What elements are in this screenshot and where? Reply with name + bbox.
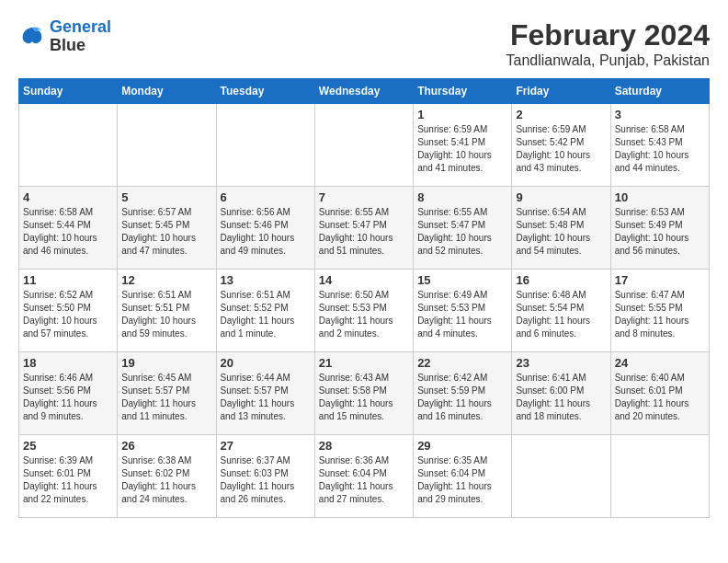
day-detail: Sunrise: 6:51 AM Sunset: 5:52 PM Dayligh… (221, 289, 311, 340)
day-detail: Sunrise: 6:55 AM Sunset: 5:47 PM Dayligh… (319, 206, 409, 258)
calendar-week-row: 25Sunrise: 6:39 AM Sunset: 6:01 PM Dayli… (19, 435, 710, 518)
title-block: February 2024 Tandlianwala, Punjab, Paki… (506, 18, 710, 69)
logo-name: GeneralBlue (50, 18, 111, 55)
calendar-cell: 26Sunrise: 6:38 AM Sunset: 6:02 PM Dayli… (118, 435, 216, 518)
day-detail: Sunrise: 6:58 AM Sunset: 5:43 PM Dayligh… (615, 123, 705, 175)
calendar-cell: 28Sunrise: 6:36 AM Sunset: 6:04 PM Dayli… (314, 435, 413, 518)
day-number: 11 (23, 273, 113, 287)
calendar-header-row: SundayMondayTuesdayWednesdayThursdayFrid… (19, 79, 710, 104)
day-number: 4 (23, 190, 113, 204)
day-number: 7 (319, 190, 409, 204)
day-detail: Sunrise: 6:56 AM Sunset: 5:46 PM Dayligh… (221, 206, 311, 258)
logo: GeneralBlue (18, 18, 111, 55)
calendar-cell (216, 104, 314, 187)
calendar-cell: 23Sunrise: 6:41 AM Sunset: 6:00 PM Dayli… (512, 352, 610, 435)
day-detail: Sunrise: 6:45 AM Sunset: 5:57 PM Dayligh… (121, 372, 211, 423)
day-number: 26 (121, 439, 211, 453)
day-number: 28 (319, 439, 409, 453)
column-header-monday: Monday (118, 79, 216, 104)
calendar-cell: 10Sunrise: 6:53 AM Sunset: 5:49 PM Dayli… (610, 187, 709, 270)
day-number: 15 (417, 273, 507, 287)
calendar-cell: 13Sunrise: 6:51 AM Sunset: 5:52 PM Dayli… (216, 270, 314, 352)
calendar-cell: 5Sunrise: 6:57 AM Sunset: 5:45 PM Daylig… (118, 187, 216, 270)
calendar-cell: 25Sunrise: 6:39 AM Sunset: 6:01 PM Dayli… (19, 435, 118, 518)
day-detail: Sunrise: 6:54 AM Sunset: 5:48 PM Dayligh… (516, 206, 606, 258)
day-number: 5 (121, 190, 211, 204)
calendar-cell: 12Sunrise: 6:51 AM Sunset: 5:51 PM Dayli… (118, 270, 216, 352)
column-header-saturday: Saturday (610, 79, 709, 104)
calendar-cell: 11Sunrise: 6:52 AM Sunset: 5:50 PM Dayli… (19, 270, 118, 352)
day-number: 20 (221, 356, 311, 370)
column-header-tuesday: Tuesday (216, 79, 314, 104)
calendar-cell (314, 104, 413, 187)
day-number: 9 (516, 190, 606, 204)
calendar-cell: 4Sunrise: 6:58 AM Sunset: 5:44 PM Daylig… (19, 187, 118, 270)
page-header: GeneralBlue February 2024 Tandlianwala, … (18, 18, 710, 69)
day-detail: Sunrise: 6:58 AM Sunset: 5:44 PM Dayligh… (23, 206, 113, 258)
day-number: 8 (417, 190, 507, 204)
calendar-cell: 16Sunrise: 6:48 AM Sunset: 5:54 PM Dayli… (512, 270, 610, 352)
calendar-cell: 24Sunrise: 6:40 AM Sunset: 6:01 PM Dayli… (610, 352, 709, 435)
day-number: 24 (615, 356, 705, 370)
calendar-cell: 22Sunrise: 6:42 AM Sunset: 5:59 PM Dayli… (414, 352, 512, 435)
day-number: 29 (417, 439, 507, 453)
day-detail: Sunrise: 6:41 AM Sunset: 6:00 PM Dayligh… (516, 372, 606, 423)
day-detail: Sunrise: 6:53 AM Sunset: 5:49 PM Dayligh… (615, 206, 705, 258)
day-detail: Sunrise: 6:55 AM Sunset: 5:47 PM Dayligh… (417, 206, 507, 258)
calendar-cell: 21Sunrise: 6:43 AM Sunset: 5:58 PM Dayli… (314, 352, 413, 435)
day-number: 14 (319, 273, 409, 287)
calendar-cell: 7Sunrise: 6:55 AM Sunset: 5:47 PM Daylig… (314, 187, 413, 270)
calendar-cell (118, 104, 216, 187)
column-header-wednesday: Wednesday (314, 79, 413, 104)
day-detail: Sunrise: 6:49 AM Sunset: 5:53 PM Dayligh… (417, 289, 507, 340)
day-detail: Sunrise: 6:36 AM Sunset: 6:04 PM Dayligh… (319, 454, 409, 506)
day-number: 23 (516, 356, 606, 370)
calendar-cell (512, 435, 610, 518)
day-number: 10 (615, 190, 705, 204)
day-number: 22 (417, 356, 507, 370)
calendar-cell: 9Sunrise: 6:54 AM Sunset: 5:48 PM Daylig… (512, 187, 610, 270)
day-detail: Sunrise: 6:44 AM Sunset: 5:57 PM Dayligh… (221, 372, 311, 423)
logo-text: GeneralBlue (50, 18, 111, 55)
logo-icon (18, 23, 46, 51)
calendar-cell: 27Sunrise: 6:37 AM Sunset: 6:03 PM Dayli… (216, 435, 314, 518)
day-number: 25 (23, 439, 113, 453)
calendar-cell: 19Sunrise: 6:45 AM Sunset: 5:57 PM Dayli… (118, 352, 216, 435)
calendar-cell: 8Sunrise: 6:55 AM Sunset: 5:47 PM Daylig… (414, 187, 512, 270)
day-number: 27 (221, 439, 311, 453)
calendar-cell: 18Sunrise: 6:46 AM Sunset: 5:56 PM Dayli… (19, 352, 118, 435)
calendar-table: SundayMondayTuesdayWednesdayThursdayFrid… (18, 78, 710, 518)
calendar-cell: 17Sunrise: 6:47 AM Sunset: 5:55 PM Dayli… (610, 270, 709, 352)
day-number: 13 (221, 273, 311, 287)
calendar-cell: 3Sunrise: 6:58 AM Sunset: 5:43 PM Daylig… (610, 104, 709, 187)
day-number: 16 (516, 273, 606, 287)
day-detail: Sunrise: 6:48 AM Sunset: 5:54 PM Dayligh… (516, 289, 606, 340)
calendar-week-row: 4Sunrise: 6:58 AM Sunset: 5:44 PM Daylig… (19, 187, 710, 270)
column-header-sunday: Sunday (19, 79, 118, 104)
day-detail: Sunrise: 6:42 AM Sunset: 5:59 PM Dayligh… (417, 372, 507, 423)
day-number: 17 (615, 273, 705, 287)
column-header-friday: Friday (512, 79, 610, 104)
day-number: 21 (319, 356, 409, 370)
calendar-cell: 29Sunrise: 6:35 AM Sunset: 6:04 PM Dayli… (414, 435, 512, 518)
day-number: 12 (121, 273, 211, 287)
day-number: 1 (417, 108, 507, 121)
calendar-cell (610, 435, 709, 518)
day-detail: Sunrise: 6:35 AM Sunset: 6:04 PM Dayligh… (417, 454, 507, 506)
day-number: 3 (615, 108, 705, 121)
day-detail: Sunrise: 6:50 AM Sunset: 5:53 PM Dayligh… (319, 289, 409, 340)
day-number: 2 (516, 108, 606, 121)
day-number: 18 (23, 356, 113, 370)
calendar-cell: 14Sunrise: 6:50 AM Sunset: 5:53 PM Dayli… (314, 270, 413, 352)
day-detail: Sunrise: 6:51 AM Sunset: 5:51 PM Dayligh… (121, 289, 211, 340)
calendar-cell: 6Sunrise: 6:56 AM Sunset: 5:46 PM Daylig… (216, 187, 314, 270)
day-number: 6 (221, 190, 311, 204)
day-detail: Sunrise: 6:37 AM Sunset: 6:03 PM Dayligh… (221, 454, 311, 506)
location-subtitle: Tandlianwala, Punjab, Pakistan (506, 52, 710, 69)
calendar-week-row: 11Sunrise: 6:52 AM Sunset: 5:50 PM Dayli… (19, 270, 710, 352)
day-detail: Sunrise: 6:59 AM Sunset: 5:41 PM Dayligh… (417, 123, 507, 175)
month-year-title: February 2024 (506, 18, 710, 52)
column-header-thursday: Thursday (414, 79, 512, 104)
day-detail: Sunrise: 6:38 AM Sunset: 6:02 PM Dayligh… (121, 454, 211, 506)
calendar-week-row: 1Sunrise: 6:59 AM Sunset: 5:41 PM Daylig… (19, 104, 710, 187)
